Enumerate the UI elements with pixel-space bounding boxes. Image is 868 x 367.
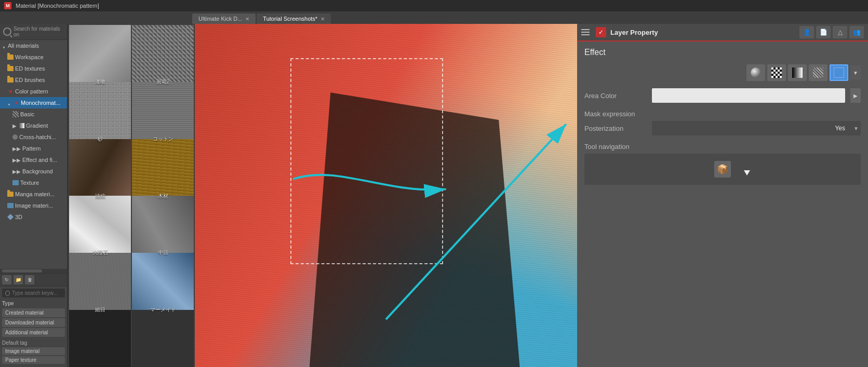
tree-item-pattern[interactable]: ▶▶ Pattern xyxy=(0,143,67,154)
additional-material-btn[interactable]: Additional material xyxy=(2,328,65,337)
material-name-7: 中目 xyxy=(158,249,168,256)
tree-item-gradient[interactable]: ▶ Gradient xyxy=(0,120,67,131)
header-doc-icon[interactable]: 📄 xyxy=(816,26,831,38)
material-cell-4[interactable]: 油絵 xyxy=(69,139,131,201)
material-cell-10[interactable] xyxy=(69,310,131,367)
downloaded-material-btn[interactable]: Downloaded material xyxy=(2,318,65,327)
menu-icon[interactable] xyxy=(581,27,592,37)
right-panel: Layer Property 👤 📄 △ 👥 Effect xyxy=(577,24,868,367)
filter-search-input[interactable] xyxy=(12,290,62,296)
effect-circle-btn[interactable] xyxy=(746,64,765,81)
area-color-row: Area Color ▶ xyxy=(584,88,861,103)
tree-item-ed-textures[interactable]: ED textures xyxy=(0,63,67,74)
folder-bottom-icon[interactable]: 📁 xyxy=(14,275,23,284)
effect-color-btn[interactable] xyxy=(830,64,848,81)
artwork-canvas xyxy=(195,24,577,367)
pattern-icon xyxy=(12,111,19,117)
annotation-arrows xyxy=(195,24,577,367)
effect-gradient-btn[interactable] xyxy=(788,64,807,81)
material-cell-6[interactable]: 大理石 xyxy=(69,196,131,257)
color-icon xyxy=(834,67,844,78)
material-name-4: 油絵 xyxy=(95,193,105,200)
threed-icon xyxy=(7,214,14,220)
tree-item-cross-hatch[interactable]: Cross-hatchi... xyxy=(0,131,67,143)
header-person-icon[interactable]: 👤 xyxy=(799,26,814,38)
material-cell-9[interactable]: マーメイド xyxy=(132,253,194,315)
header-triangle-icon[interactable]: △ xyxy=(833,26,847,38)
posterization-label: Posterization xyxy=(584,125,647,132)
tree-item-all-materials[interactable]: All materials xyxy=(0,40,67,51)
tab-close-0[interactable]: ✕ xyxy=(245,16,249,22)
material-cell-8[interactable]: 細目 xyxy=(69,253,131,315)
material-cell-11[interactable] xyxy=(132,310,194,367)
pattern2-icon: ▶▶ xyxy=(12,157,21,163)
search-icon xyxy=(3,28,11,36)
type-label: Type xyxy=(2,301,65,306)
tree-item-texture[interactable]: Texture xyxy=(0,177,67,188)
material-cell-3[interactable]: コットン xyxy=(132,82,194,144)
tree-item-manga[interactable]: Manga materi... xyxy=(0,188,67,200)
image-material-tag-btn[interactable]: Image material xyxy=(2,347,65,355)
material-name-9: マーメイド xyxy=(150,306,176,314)
material-search-bar[interactable]: Search for materials on xyxy=(0,24,67,40)
area-color-arrow[interactable]: ▶ xyxy=(850,88,861,103)
gradient-icon xyxy=(792,67,803,78)
circle-icon xyxy=(751,67,761,78)
paper-texture-tag-btn[interactable]: Paper texture xyxy=(2,356,65,364)
tree-item-workspace[interactable]: Workspace xyxy=(0,51,67,63)
material-grid-panel: 漆喰 斑竜2 砂 コットン 油絵 木材 大理石 中 xyxy=(68,24,195,367)
created-material-btn[interactable]: Created material xyxy=(2,308,65,317)
tree-item-background[interactable]: ▶▶ Background xyxy=(0,166,67,177)
x-icon: ✕ xyxy=(13,100,19,106)
material-cell-7[interactable]: 中目 xyxy=(132,196,194,257)
gradient-thumb xyxy=(18,123,24,128)
canvas-area[interactable] xyxy=(195,24,577,367)
pattern2-icon: ▶▶ xyxy=(12,146,21,152)
tree-item-ed-brushes[interactable]: ED brushes xyxy=(0,74,67,86)
header-icons: 👤 📄 △ 👥 xyxy=(799,26,864,38)
dot-icon xyxy=(12,134,18,140)
tab-tutorial-screenshots[interactable]: Tutorial Screenshots* ✕ xyxy=(257,13,331,24)
tool-nav-icon: 📦 xyxy=(714,161,731,178)
sync-icon[interactable]: ↻ xyxy=(2,275,11,284)
tree-item-color-pattern[interactable]: ✕ Color pattern xyxy=(0,86,67,97)
chevron-down-icon xyxy=(7,101,11,105)
material-grid: 漆喰 斑竜2 砂 コットン 油絵 木材 大理石 中 xyxy=(68,24,195,367)
tab-close-1[interactable]: ✕ xyxy=(321,16,325,22)
tree-item-basic[interactable]: Basic xyxy=(0,108,67,120)
mask-expression-row: Mask expression Posterization Yes ▼ xyxy=(584,110,861,135)
tool-navigation-section: Tool navigation 📦 xyxy=(584,143,861,185)
tab-ultimate-kick[interactable]: Ultimate Kick D... ✕ xyxy=(192,13,256,24)
header-person2-icon[interactable]: 👥 xyxy=(849,26,864,38)
effect-dropdown-arrow[interactable]: ▼ xyxy=(850,65,861,80)
effect-diamond-btn[interactable] xyxy=(809,64,827,81)
folder-icon xyxy=(7,77,14,83)
effect-panel: Effect xyxy=(577,42,868,367)
tree-item-effect-and-filter[interactable]: ▶▶ Effect and fi... xyxy=(0,154,67,166)
tree-item-monochromat[interactable]: ✕ Monochromat... xyxy=(0,97,67,108)
effect-icons-row: ▼ xyxy=(584,64,861,81)
material-name-5: 木材 xyxy=(158,193,168,200)
effect-checker-btn[interactable] xyxy=(767,64,786,81)
filter-search-bar[interactable] xyxy=(2,289,65,297)
tabs-bar: Ultimate Kick D... ✕ Tutorial Screenshot… xyxy=(0,11,868,24)
material-cell-0[interactable]: 漆喰 xyxy=(69,25,131,87)
material-cell-5[interactable]: 木材 xyxy=(132,139,194,201)
posterization-value[interactable]: Yes ▼ xyxy=(652,121,861,135)
search-text: Search for materials on xyxy=(14,26,64,37)
main-layout: Search for materials on All materials Wo… xyxy=(0,24,868,367)
tree-item-image-material[interactable]: Image materi... xyxy=(0,200,67,211)
img-icon xyxy=(7,203,14,208)
tree-item-3d[interactable]: 3D xyxy=(0,211,67,223)
filter-search-icon xyxy=(5,291,10,296)
material-name-2: 砂 xyxy=(98,135,103,143)
pattern2-icon: ▶▶ xyxy=(12,169,21,174)
material-name-0: 漆喰 xyxy=(95,78,105,86)
area-color-swatch[interactable] xyxy=(652,88,845,103)
tool-navigation-box: 📦 xyxy=(584,154,861,185)
trash-icon[interactable]: 🗑 xyxy=(25,275,34,284)
scrollbar-h[interactable] xyxy=(0,269,67,273)
diamond-icon xyxy=(813,67,823,78)
material-cell-1[interactable]: 斑竜2 xyxy=(132,25,194,87)
material-cell-2[interactable]: 砂 xyxy=(69,82,131,144)
